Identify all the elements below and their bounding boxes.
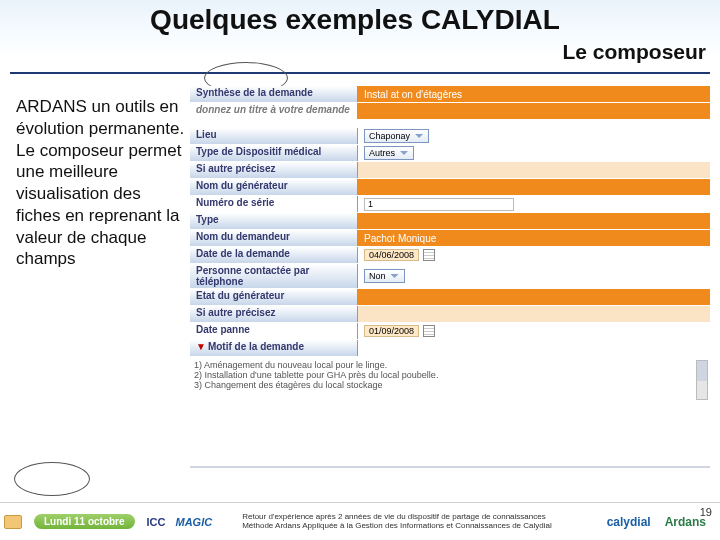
value-synthese: Instal at on d'étagères (358, 86, 710, 102)
screenshot-panel: Synthèse de la demande Instal at on d'ét… (190, 86, 710, 496)
label-motif-text: Motif de la demande (208, 341, 304, 352)
chevron-down-icon (390, 271, 400, 281)
select-personne-contactee[interactable]: Non (364, 269, 405, 283)
select-lieu[interactable]: Chaponay (364, 129, 429, 143)
input-num-serie[interactable]: 1 (364, 198, 514, 211)
value-type[interactable] (358, 213, 710, 229)
input-date-demande[interactable]: 04/06/2008 (364, 249, 419, 261)
scroll-down-icon[interactable] (697, 371, 707, 381)
logo-calydial: calydial (607, 515, 651, 529)
list-item: 2) Installation d'une tablette pour GHA … (194, 370, 706, 380)
value-date-panne[interactable]: 01/09/2008 (358, 323, 710, 339)
value-synthese-cont (358, 103, 710, 119)
value-personne-contactee[interactable]: Non (358, 264, 710, 288)
calendar-icon[interactable] (423, 325, 435, 337)
value-nom-demandeur: Pachot Monique (358, 230, 710, 246)
bottom-separator (190, 466, 710, 468)
chevron-down-icon (399, 148, 409, 158)
triangle-icon: ▼ (196, 341, 206, 352)
input-date-panne[interactable]: 01/09/2008 (364, 325, 419, 337)
calendar-icon[interactable] (423, 249, 435, 261)
value-si-autre2[interactable] (358, 306, 710, 322)
logo-magic: MAGIC (176, 516, 213, 528)
label-type-dispositif: Type de Dispositif médical (190, 145, 358, 161)
body-text: ARDANS un outils en évolution permanente… (16, 96, 188, 270)
value-nomdem-text: Pachot Monique (364, 233, 436, 244)
value-si-autre[interactable] (358, 162, 710, 178)
label-etat-generateur: Etat du générateur (190, 289, 358, 305)
list-item: 3) Changement des étagères du local stoc… (194, 380, 706, 390)
label-nom-generateur: Nom du générateur (190, 179, 358, 195)
footer-text: Retour d'expérience après 2 années de vi… (242, 513, 552, 531)
label-num-serie: Numéro de série (190, 196, 358, 212)
select-contact-text: Non (369, 271, 386, 281)
label-si-autre2: Si autre précisez (190, 306, 358, 322)
hint-synthese: donnez un titre à votre demande (190, 103, 358, 119)
value-lieu[interactable]: Chaponay (358, 128, 710, 144)
scrollbar[interactable] (696, 360, 708, 400)
value-num-serie[interactable]: 1 (358, 196, 710, 212)
scroll-up-icon[interactable] (697, 361, 707, 371)
label-date-demande: Date de la demande (190, 247, 358, 263)
slide-subtitle: Le composeur (562, 40, 706, 64)
slide-number: 19 (700, 506, 712, 518)
list-item: 1) Aménagement du nouveau local pour le … (194, 360, 706, 370)
highlight-oval-bottom (14, 462, 90, 496)
value-nom-generateur[interactable] (358, 179, 710, 195)
folder-icon (4, 515, 22, 529)
label-motif: ▼Motif de la demande (190, 340, 358, 356)
slide-title: Quelques exemples CALYDIAL (0, 4, 710, 36)
label-nom-demandeur: Nom du demandeur (190, 230, 358, 246)
label-synthese: Synthèse de la demande (190, 86, 358, 102)
label-personne-contactee: Personne contactée par téléphone (190, 264, 358, 288)
value-synthese-text: Instal at on d'étagères (364, 89, 462, 100)
logo-icc: ICC (147, 516, 166, 528)
value-etat-generateur[interactable] (358, 289, 710, 305)
motif-list[interactable]: 1) Aménagement du nouveau local pour le … (190, 358, 710, 392)
title-rule (10, 72, 710, 74)
value-motif (358, 340, 710, 356)
footer: Lundi 11 octobre ICC MAGIC Retour d'expé… (0, 502, 720, 540)
footer-text-line2: Méthode Ardans Appliquée à la Gestion de… (242, 522, 552, 531)
value-type-dispositif[interactable]: Autres (358, 145, 710, 161)
label-lieu: Lieu (190, 128, 358, 144)
select-typedisp-text: Autres (369, 148, 395, 158)
label-date-panne: Date panne (190, 323, 358, 339)
value-date-demande[interactable]: 04/06/2008 (358, 247, 710, 263)
footer-date-badge: Lundi 11 octobre (34, 514, 135, 529)
label-type: Type (190, 213, 358, 229)
select-lieu-text: Chaponay (369, 131, 410, 141)
hint-synthese-text: donnez un titre à votre demande (196, 104, 350, 115)
select-type-dispositif[interactable]: Autres (364, 146, 414, 160)
label-si-autre: Si autre précisez (190, 162, 358, 178)
chevron-down-icon (414, 131, 424, 141)
